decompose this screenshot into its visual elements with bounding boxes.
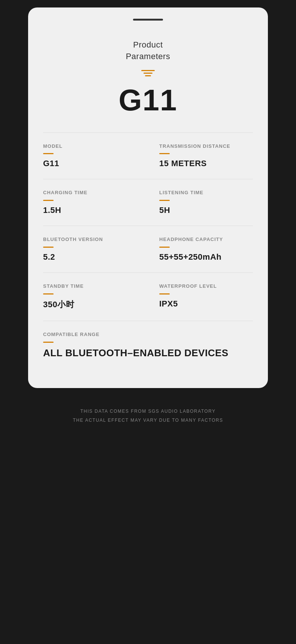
footer-line2: THE ACTUAL EFFECT MAY VARY DUE TO MANY F…	[73, 416, 223, 425]
param-value: 5.2	[43, 252, 141, 262]
drag-handle[interactable]	[133, 19, 163, 21]
model-name: G11	[118, 83, 177, 117]
param-value: 350小时	[43, 299, 141, 310]
param-value: ALL BLUETOOTH–ENABLED DEVICES	[43, 347, 253, 359]
param-item: BLUETOOTH VERSION5.2	[43, 226, 148, 272]
param-value: 55+55+250mAh	[159, 252, 245, 262]
param-divider	[43, 200, 54, 201]
param-divider	[43, 153, 54, 154]
product-card: Product Parameters G11 MODELG11TRANSMISS…	[28, 7, 268, 388]
param-divider	[159, 247, 170, 248]
param-divider	[159, 200, 170, 201]
param-label: BLUETOOTH VERSION	[43, 236, 141, 243]
param-label: COMPATIBLE RANGE	[43, 332, 253, 338]
param-item: STANDBY TIME350小时	[43, 272, 148, 321]
param-divider	[43, 342, 54, 343]
param-label: MODEL	[43, 143, 141, 150]
param-item: MODELG11	[43, 132, 148, 179]
param-label: CHARGING TIME	[43, 190, 141, 196]
param-value: IPX5	[159, 299, 245, 309]
param-item: LISTENING TIME5H	[148, 179, 253, 226]
param-item: HEADPHONE CAPACITY55+55+250mAh	[148, 226, 253, 272]
page-title: Product Parameters	[126, 39, 170, 62]
param-label: WATERPROOF LEVEL	[159, 283, 245, 290]
param-divider	[43, 247, 54, 248]
param-value: 15 METERS	[159, 159, 245, 168]
params-grid: MODELG11TRANSMISSION DISTANCE15 METERSCH…	[43, 132, 253, 369]
param-value: 1.5H	[43, 205, 141, 215]
param-item: CHARGING TIME1.5H	[43, 179, 148, 226]
param-item: WATERPROOF LEVELIPX5	[148, 272, 253, 321]
param-divider	[159, 153, 170, 154]
footer-line1: THIS DATA COMES FROM SGS AUDIO LABORATOR…	[73, 407, 223, 416]
param-value: G11	[43, 159, 141, 168]
param-label: TRANSMISSION DISTANCE	[159, 143, 245, 150]
param-item: COMPATIBLE RANGEALL BLUETOOTH–ENABLED DE…	[43, 321, 253, 369]
param-label: STANDBY TIME	[43, 283, 141, 290]
footer: THIS DATA COMES FROM SGS AUDIO LABORATOR…	[73, 407, 223, 425]
filter-icon	[141, 70, 155, 76]
param-divider	[43, 293, 54, 294]
param-value: 5H	[159, 205, 245, 215]
param-item: TRANSMISSION DISTANCE15 METERS	[148, 132, 253, 179]
param-divider	[159, 293, 170, 294]
param-label: HEADPHONE CAPACITY	[159, 236, 245, 243]
param-label: LISTENING TIME	[159, 190, 245, 196]
